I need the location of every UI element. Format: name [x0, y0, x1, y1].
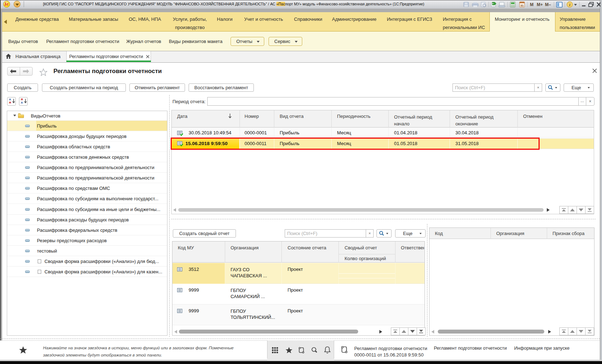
svg-text:M: M [530, 2, 534, 7]
svg-text:M+: M+ [537, 2, 543, 7]
svg-text:31: 31 [521, 4, 524, 7]
svg-text:M–: M– [545, 2, 551, 7]
